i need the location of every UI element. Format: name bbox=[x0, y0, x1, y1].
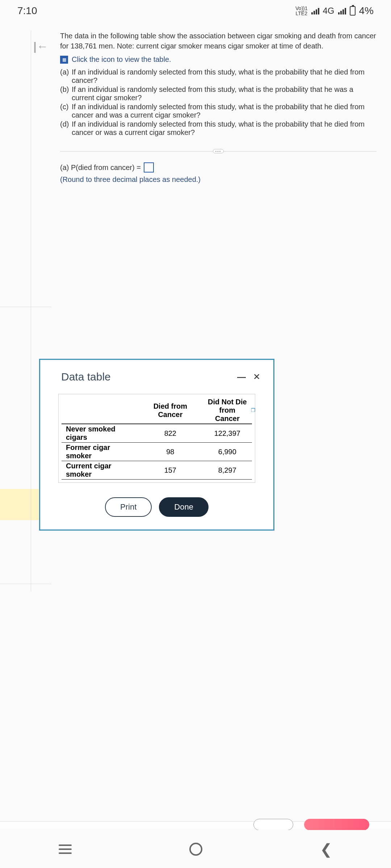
table-row: Former cigar smoker 98 6,990 bbox=[62, 443, 252, 461]
modal-controls: — ✕ bbox=[237, 372, 263, 382]
modal-title: Data table bbox=[50, 371, 111, 383]
vol-lte-icon: Vo))1 LTE2 bbox=[295, 6, 307, 16]
minimize-icon[interactable]: — bbox=[237, 372, 246, 382]
status-bar: 7:10 Vo))1 LTE2 4G 4% bbox=[0, 0, 391, 22]
clear-all-button[interactable] bbox=[253, 819, 293, 830]
data-table-modal: Data table — ✕ ❐ Died from Cancer Did No… bbox=[39, 359, 274, 531]
answer-prefix: (a) P(died from cancer) = bbox=[60, 163, 141, 172]
table-icon: ▦ bbox=[60, 56, 68, 64]
battery-icon bbox=[350, 6, 356, 16]
question-intro: The data in the following table show the… bbox=[60, 31, 377, 51]
sub-question-b: (b)If an individual is randomly selected… bbox=[60, 85, 377, 102]
data-table-container: ❐ Died from Cancer Did Not Diefrom Cance… bbox=[58, 394, 255, 483]
system-nav-bar: ❮ bbox=[0, 830, 391, 868]
modal-buttons: Print Done bbox=[50, 497, 263, 517]
answer-line: (a) P(died from cancer) = bbox=[60, 162, 377, 173]
status-time: 7:10 bbox=[17, 5, 37, 17]
bottom-toolbar bbox=[0, 821, 391, 829]
data-table: Died from Cancer Did Not Diefrom Cancer … bbox=[62, 397, 252, 480]
print-button[interactable]: Print bbox=[105, 497, 152, 517]
net-label: 4G bbox=[323, 6, 335, 16]
sub-question-a: (a)If an individual is randomly selected… bbox=[60, 68, 377, 85]
sub-question-c: (c)If an individual is randomly selected… bbox=[60, 103, 377, 119]
table-row: Never smoked cigars 822 122,397 bbox=[62, 424, 252, 443]
col-header-blank bbox=[62, 397, 138, 424]
recent-apps-icon[interactable] bbox=[59, 844, 72, 854]
back-icon[interactable]: ❮ bbox=[320, 841, 332, 858]
expand-handle-icon[interactable]: ••• bbox=[213, 149, 224, 153]
answer-input[interactable] bbox=[144, 162, 154, 173]
battery-pct: 4% bbox=[359, 5, 374, 17]
round-note: (Round to three decimal places as needed… bbox=[60, 175, 377, 184]
sub-question-d: (d)If an individual is randomly selected… bbox=[60, 120, 377, 137]
home-icon[interactable] bbox=[189, 843, 202, 856]
view-table-link[interactable]: ▦ Click the icon to view the table. bbox=[60, 55, 377, 64]
signal-icon bbox=[311, 7, 319, 14]
copy-icon[interactable]: ❐ bbox=[251, 407, 256, 413]
done-button[interactable]: Done bbox=[159, 497, 209, 517]
table-row: Current cigar smoker 157 8,297 bbox=[62, 461, 252, 480]
section-divider: ••• bbox=[60, 151, 377, 152]
close-icon[interactable]: ✕ bbox=[253, 372, 260, 382]
table-link-text: Click the icon to view the table. bbox=[72, 55, 171, 64]
signal-icon-2 bbox=[338, 7, 346, 14]
modal-header: Data table — ✕ bbox=[50, 371, 263, 383]
col-header-died: Died from Cancer bbox=[138, 397, 203, 424]
status-right: Vo))1 LTE2 4G 4% bbox=[295, 5, 374, 17]
col-header-notdied: Did Not Diefrom Cancer bbox=[203, 397, 252, 424]
check-answer-button[interactable] bbox=[304, 819, 369, 830]
